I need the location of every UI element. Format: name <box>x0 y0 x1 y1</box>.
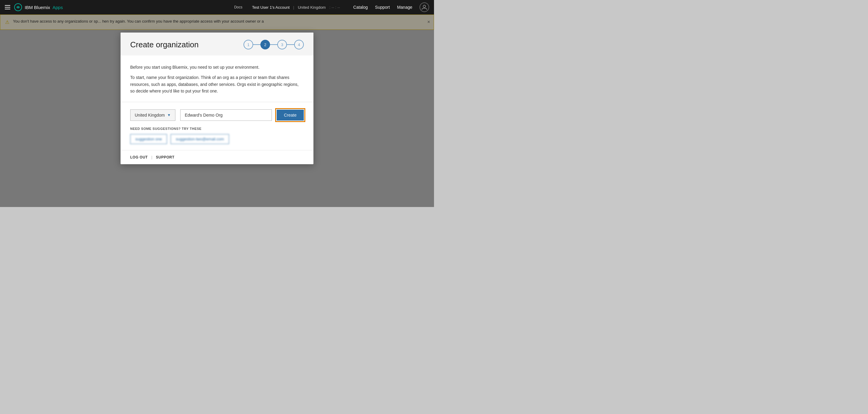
step-4: 4 <box>294 40 304 50</box>
step-2: 2 <box>260 40 270 50</box>
manage-link[interactable]: Manage <box>397 5 412 10</box>
chevron-down-icon: ▼ <box>167 113 171 117</box>
modal-form: United Kingdom ▼ Create <box>121 102 313 127</box>
brand-logo: IBM Bluemix Apps <box>14 3 63 11</box>
hamburger-icon[interactable] <box>5 5 10 9</box>
modal-footer: LOG OUT | SUPPORT <box>121 150 313 164</box>
create-button[interactable]: Create <box>277 110 304 121</box>
avatar-icon <box>421 4 427 10</box>
user-avatar[interactable] <box>420 2 429 12</box>
step-line-3-4 <box>287 44 294 45</box>
navbar-right: Docs Test User 1's Account | United King… <box>234 2 429 12</box>
footer-separator: | <box>151 155 152 159</box>
navbar-region: United Kingdom <box>298 5 326 10</box>
bluemix-logo-icon <box>14 3 22 11</box>
suggestions-section: NEED SOME SUGGESTIONS? TRY THESE suggest… <box>121 127 313 150</box>
suggestion-chip-1[interactable]: suggestion one <box>130 134 167 144</box>
brand-name: IBM Bluemix <box>25 5 50 10</box>
modal-header: Create organization 1 2 3 4 <box>121 33 313 56</box>
navbar-dots: : -- : -- <box>330 5 340 10</box>
modal-overlay: Create organization 1 2 3 4 <box>0 14 434 207</box>
region-select-label: United Kingdom <box>135 113 165 118</box>
navbar: IBM Bluemix Apps Docs Test User 1's Acco… <box>0 0 434 14</box>
body-text-2: To start, name your first organization. … <box>130 74 304 94</box>
org-name-input[interactable] <box>180 109 272 121</box>
step-line-2-3 <box>270 44 277 45</box>
docs-link[interactable]: Docs <box>234 5 242 9</box>
brand-apps: Apps <box>53 5 63 10</box>
body-text-1: Before you start using Bluemix, you need… <box>130 64 304 70</box>
navbar-left: IBM Bluemix Apps <box>5 3 234 11</box>
step-3: 3 <box>277 40 287 50</box>
support-link[interactable]: Support <box>375 5 390 10</box>
suggestions-label: NEED SOME SUGGESTIONS? TRY THESE <box>130 127 304 130</box>
step-indicator: 1 2 3 4 <box>244 40 304 50</box>
step-line-1-2 <box>253 44 260 45</box>
navbar-links: Catalog Support Manage <box>353 5 412 10</box>
svg-point-1 <box>423 5 426 7</box>
main-background: ⚠ You don't have access to any organizat… <box>0 14 434 207</box>
form-row: United Kingdom ▼ Create <box>130 109 304 121</box>
logout-link[interactable]: LOG OUT <box>130 155 148 159</box>
support-link[interactable]: SUPPORT <box>156 155 175 159</box>
region-select[interactable]: United Kingdom ▼ <box>130 109 176 121</box>
suggestion-chip-2[interactable]: suggestion-two@email.com <box>170 134 229 144</box>
account-separator: | <box>293 5 294 10</box>
suggestions-row: suggestion one suggestion-two@email.com <box>130 134 304 144</box>
modal-body: Before you start using Bluemix, you need… <box>121 56 313 102</box>
catalog-link[interactable]: Catalog <box>353 5 368 10</box>
modal-title: Create organization <box>130 40 198 50</box>
account-name: Test User 1's Account <box>252 5 290 10</box>
step-1: 1 <box>244 40 253 50</box>
create-org-modal: Create organization 1 2 3 4 <box>121 33 313 164</box>
